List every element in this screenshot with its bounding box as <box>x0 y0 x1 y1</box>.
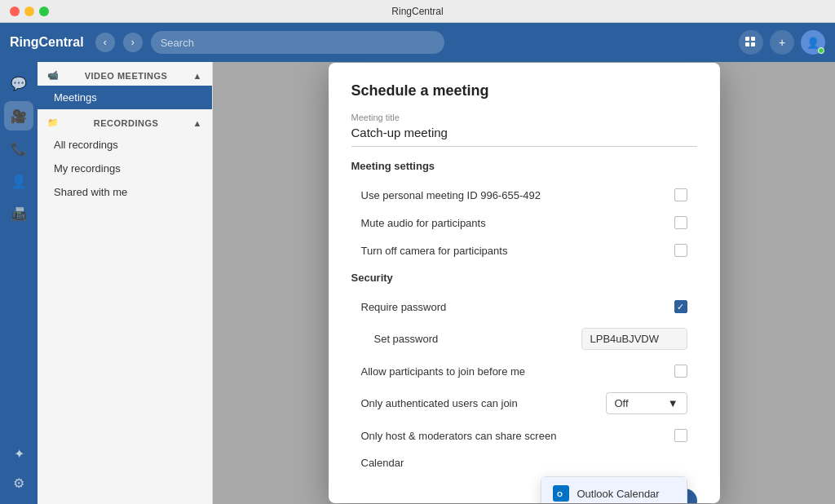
personal-id-row: Use personal meeting ID 996-655-492 <box>351 182 697 208</box>
allow-join-before-checkbox[interactable] <box>674 365 687 378</box>
svg-text:O: O <box>557 490 563 498</box>
left-panel: 📹 VIDEO MEETINGS ▲ Meetings 📁 RECORDINGS… <box>38 62 213 504</box>
sidebar-icon-integrations[interactable]: ✦ <box>4 439 33 468</box>
outlook-calendar-icon: O <box>553 485 569 502</box>
top-bar-right: + 👤 <box>739 30 825 55</box>
personal-id-label: Use personal meeting ID 996-655-492 <box>361 189 541 201</box>
video-meetings-icon: 📹 <box>47 70 60 81</box>
authenticated-users-label: Only authenticated users can join <box>361 397 518 409</box>
sidebar-icon-fax[interactable]: 📠 <box>4 199 33 228</box>
sidebar-icon-phone[interactable]: 📞 <box>4 134 33 163</box>
dropdown-chevron-icon: ▼ <box>668 397 678 409</box>
mute-audio-checkbox[interactable] <box>674 216 687 229</box>
mute-audio-label: Mute audio for participants <box>361 217 486 229</box>
right-content: Tomorrow Schedule a meeting Meeting titl… <box>213 62 835 504</box>
minimize-button[interactable] <box>24 7 34 16</box>
forward-button[interactable]: › <box>123 33 143 52</box>
svg-rect-1 <box>751 37 755 41</box>
set-password-label: Set password <box>374 333 439 345</box>
maximize-button[interactable] <box>39 7 49 16</box>
sidebar-item-meetings[interactable]: Meetings <box>38 86 212 109</box>
avatar[interactable]: 👤 <box>801 30 825 55</box>
icon-sidebar: 💬 🎥 📞 👤 📠 ✦ ⚙ <box>0 62 38 504</box>
app-container: RingCentral ‹ › + 👤 <box>0 23 835 504</box>
share-screen-row: Only host & moderators can share screen <box>351 422 697 449</box>
sidebar-item-my-recordings[interactable]: My recordings <box>38 157 212 180</box>
top-bar: RingCentral ‹ › + 👤 <box>0 23 835 62</box>
back-button[interactable]: ‹ <box>95 33 115 52</box>
meeting-title-value[interactable]: Catch-up meeting <box>351 126 697 147</box>
logo: RingCentral <box>10 35 84 50</box>
sidebar-icon-video[interactable]: 🎥 <box>4 101 33 130</box>
traffic-lights <box>10 7 49 16</box>
sidebar-icon-chat[interactable]: 💬 <box>4 69 33 98</box>
set-password-row: Set password LPB4uBJVDW <box>351 321 697 356</box>
require-password-checkbox[interactable]: ✓ <box>674 300 687 313</box>
personal-id-checkbox[interactable] <box>674 188 687 201</box>
calendar-row: Calendar O Outlook Calendar <box>351 450 697 475</box>
sidebar-item-shared-with-me[interactable]: Shared with me <box>38 180 212 204</box>
require-password-label: Require password <box>361 301 447 313</box>
main-content: 💬 🎥 📞 👤 📠 ✦ ⚙ 📹 VIDEO MEETINGS ▲ Meeting… <box>0 62 835 504</box>
security-section-label: Security <box>351 272 697 284</box>
icon-sidebar-bottom: ✦ ⚙ <box>4 439 33 497</box>
window-chrome: RingCentral <box>0 0 835 23</box>
allow-join-before-row: Allow participants to join before me <box>351 358 697 384</box>
sidebar-icon-settings[interactable]: ⚙ <box>4 468 33 497</box>
recordings-icon: 📁 <box>47 117 60 128</box>
require-password-row: Require password ✓ <box>351 294 697 320</box>
online-status-dot <box>818 47 824 54</box>
grid-icon-button[interactable] <box>739 30 763 55</box>
mute-audio-row: Mute audio for participants <box>351 210 697 236</box>
video-meetings-collapse-icon[interactable]: ▲ <box>193 71 202 81</box>
modal-title: Schedule a meeting <box>351 82 697 99</box>
search-input[interactable] <box>151 31 444 54</box>
authenticated-users-row: Only authenticated users can join Off ▼ <box>351 386 697 421</box>
meeting-title-label: Meeting title <box>351 113 697 122</box>
recordings-collapse-icon[interactable]: ▲ <box>193 118 202 128</box>
recordings-label: RECORDINGS <box>94 118 159 128</box>
password-input-field[interactable]: LPB4uBJVDW <box>581 328 687 350</box>
svg-rect-0 <box>745 37 749 41</box>
svg-rect-2 <box>745 42 749 46</box>
modal-overlay: Schedule a meeting Meeting title Catch-u… <box>213 62 835 504</box>
settings-section-label: Meeting settings <box>351 160 697 172</box>
share-screen-label: Only host & moderators can share screen <box>361 430 557 442</box>
calendar-label: Calendar <box>361 457 404 469</box>
video-meetings-section-header: 📹 VIDEO MEETINGS ▲ <box>38 62 212 86</box>
recordings-section-header: 📁 RECORDINGS ▲ <box>38 109 212 133</box>
share-screen-checkbox[interactable] <box>674 429 687 442</box>
svg-rect-3 <box>751 42 755 46</box>
outlook-calendar-label: Outlook Calendar <box>577 488 660 500</box>
turn-off-camera-row: Turn off camera for participants <box>351 237 697 263</box>
sidebar-icon-contacts[interactable]: 👤 <box>4 166 33 196</box>
add-button[interactable]: + <box>770 30 794 55</box>
schedule-meeting-modal: Schedule a meeting Meeting title Catch-u… <box>329 63 720 503</box>
close-button[interactable] <box>10 7 20 16</box>
calendar-dropdown: O Outlook Calendar G <box>541 476 687 503</box>
plus-icon: + <box>779 36 785 49</box>
turn-off-camera-checkbox[interactable] <box>674 244 687 257</box>
outlook-calendar-option[interactable]: O Outlook Calendar <box>541 477 687 503</box>
turn-off-camera-label: Turn off camera for participants <box>361 245 508 257</box>
allow-join-before-label: Allow participants to join before me <box>361 365 526 378</box>
sidebar-item-all-recordings[interactable]: All recordings <box>38 133 212 157</box>
authenticated-users-dropdown[interactable]: Off ▼ <box>606 392 687 414</box>
window-title: RingCentral <box>391 6 443 17</box>
video-meetings-label: VIDEO MEETINGS <box>85 71 168 81</box>
